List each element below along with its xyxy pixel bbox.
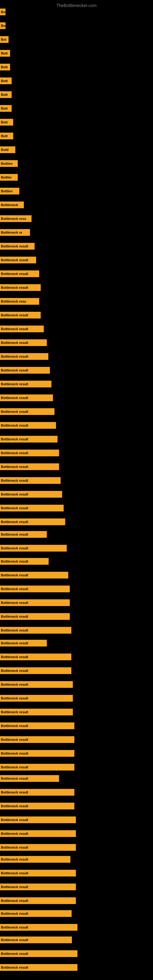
bar-label: Bottleneck result <box>1 697 28 700</box>
bar-fill: Bottleneck result <box>0 558 49 565</box>
bar-fill: Bottleneck result <box>0 572 68 579</box>
bar-label: Bottleneck result <box>1 258 28 262</box>
bar-fill: Bottleneck result <box>0 856 70 863</box>
bar-row: Bottleneck result <box>0 422 56 429</box>
bar-row: Bottleneck result <box>0 844 76 851</box>
bar-row: Bottleneck result <box>0 883 76 890</box>
bar-fill: Bottleneck result <box>0 257 36 263</box>
bar-label: Bottleneck result <box>1 492 28 496</box>
bar-fill: Bottleneck result <box>0 545 67 552</box>
bar-row: Bottleneck result <box>0 505 64 511</box>
bar-row: Bottleneck result <box>0 750 74 757</box>
bar-row: Bottleneck result <box>0 764 74 770</box>
bar-label: Bottler <box>1 175 12 179</box>
bar-fill: Bottleneck resu <box>0 215 32 222</box>
bar-row: Bottleneck result <box>0 353 48 360</box>
bar-row: Bottleneck result <box>0 897 76 904</box>
bar-row: Bottleneck result <box>0 775 59 782</box>
bar-label: Bottleneck result <box>1 938 28 942</box>
bar-fill: Bott <box>0 105 12 112</box>
bar-row: Bottleneck result <box>0 599 70 606</box>
bar-row: Bottleneck result <box>0 816 76 823</box>
bar-fill: Bott <box>0 50 10 57</box>
bar-row: Bottleneck result <box>0 326 44 332</box>
bar-fill: Bottleneck result <box>0 243 35 250</box>
bar-fill: Bottleneck result <box>0 844 76 851</box>
bar-fill: Bottleneck result <box>0 613 70 620</box>
bar-label: Bottleneck result <box>1 479 28 482</box>
bar-label: Bottleneck result <box>1 966 28 969</box>
bar-label: Bottleneck result <box>1 286 28 290</box>
bar-row: Bottleneck result <box>0 964 77 971</box>
bar-row: Bottl <box>0 146 15 153</box>
bar-fill: Bottleneck result <box>0 270 39 277</box>
bar-label: Bottleneck result <box>1 832 28 835</box>
bar-row: Bottleneck result <box>0 681 73 688</box>
bar-row: Bottleneck result <box>0 519 65 525</box>
bar-row: Bottleneck result <box>0 381 51 387</box>
bar-row: Bottleneck result <box>0 243 35 250</box>
bar-fill: Bottl <box>0 146 15 153</box>
bar-row: Bottleneck result <box>0 640 47 646</box>
bar-label: Bottleneck result <box>1 615 28 618</box>
bar-label: Bottleneck result <box>1 506 28 510</box>
bar-row: Bottleneck result <box>0 627 71 634</box>
bar-row: Bottleneck result <box>0 395 53 401</box>
bar-label: Bottleneck result <box>1 738 28 741</box>
bar-fill: Bott <box>0 64 10 70</box>
bar-label: Bottleneck result <box>1 341 28 345</box>
bar-fill: Bottleneck result <box>0 937 72 943</box>
bar-label: Bottleneck resu <box>1 217 26 221</box>
bar-fill: Bott <box>0 133 13 139</box>
bar-label: Bottleneck result <box>1 423 28 427</box>
bar-row: Bottleneck result <box>0 709 73 715</box>
bar-row: Bo <box>0 22 5 29</box>
bar-fill: Bottleneck result <box>0 463 59 470</box>
bar-fill: Bottleneck result <box>0 381 51 387</box>
bar-fill: Bot <box>0 36 9 43</box>
bar-row: Bot <box>0 36 9 43</box>
bar-row: Bott <box>0 91 12 98</box>
bar-label: Bottleneck result <box>1 926 28 929</box>
bar-fill: Bottleneck result <box>0 950 77 957</box>
bar-row: Bottleneck result <box>0 450 59 456</box>
bar-label: Bottleneck result <box>1 765 28 769</box>
bar-row: Bottleneck result <box>0 924 77 931</box>
bar-row: Bott <box>0 78 12 84</box>
bar-fill: Bo <box>0 9 5 15</box>
bar-row: Bott <box>0 133 13 139</box>
bar-label: Bottleneck result <box>1 710 28 714</box>
bar-label: Bott <box>1 120 8 124</box>
bar-row: Bottleneck result <box>0 436 57 442</box>
bar-row: Bottler <box>0 174 18 181</box>
bar-fill: Bottleneck result <box>0 667 71 674</box>
bar-row: Bottleneck result <box>0 830 76 837</box>
bar-fill: Bottleneck result <box>0 436 57 442</box>
bar-label: Bottleneck result <box>1 776 28 780</box>
bar-label: Bottleneck result <box>1 327 28 331</box>
bar-label: Bottleneck result <box>1 601 28 605</box>
bar-fill: Bottleneck result <box>0 695 73 702</box>
bar-label: Bottleneck result <box>1 546 28 550</box>
bar-label: Bottleneck result <box>1 791 28 794</box>
bar-label: Bottleneck result <box>1 313 28 317</box>
bar-row: Bottleneck result <box>0 545 67 552</box>
bar-label: Bottleneck result <box>1 846 28 849</box>
bar-label: Bottleneck result <box>1 912 28 915</box>
bar-label: Bottleneck result <box>1 438 28 441</box>
bar-label: Bott <box>1 51 8 55</box>
bar-fill: Bottleneck result <box>0 883 76 890</box>
bar-fill: Bottleneck result <box>0 519 65 525</box>
bar-label: Bottleneck result <box>1 724 28 728</box>
bar-row: Bottleneck result <box>0 408 54 415</box>
bar-fill: Bottleneck result <box>0 505 64 511</box>
bar-fill: Bottleneck result <box>0 789 74 795</box>
bar-label: Bottleneck result <box>1 885 28 889</box>
bar-label: Bottleneck result <box>1 396 28 400</box>
bar-fill: Bott <box>0 119 13 126</box>
bar-row: Bottleneck result <box>0 870 76 877</box>
bar-fill: Bo <box>0 22 5 29</box>
bar-fill: Bottleneck result <box>0 750 74 757</box>
bar-label: Bottleneck result <box>1 560 28 563</box>
bar-row: Bottleneck result <box>0 613 70 620</box>
